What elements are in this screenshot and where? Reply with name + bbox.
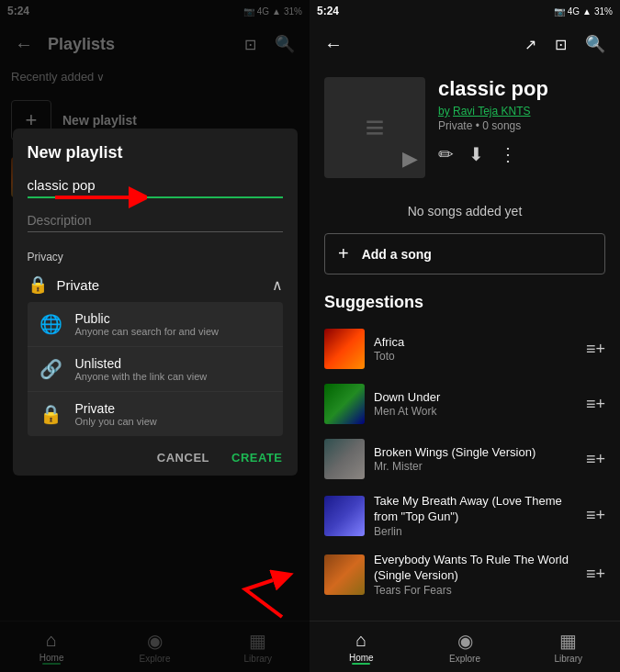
playlist-meta-sub: Private • 0 songs	[438, 119, 605, 132]
modal-name-input-row	[28, 174, 283, 198]
song-add-africa[interactable]: ≡+	[586, 340, 605, 359]
public-label: Public	[75, 311, 220, 326]
song-artist-downunder: Men At Work	[374, 405, 577, 418]
unlisted-label: Unlisted	[75, 356, 208, 371]
song-thumb-brokenwings	[324, 439, 365, 479]
right-status-time: 5:24	[317, 5, 339, 17]
modal-desc-input[interactable]	[28, 209, 283, 231]
add-song-plus-icon: +	[338, 243, 349, 264]
song-item-downunder[interactable]: Down Under Men At Work ≡+	[310, 376, 620, 431]
edit-icon[interactable]: ✏	[438, 143, 454, 165]
right-library-icon: ▦	[559, 630, 577, 652]
playlist-author-row: by Ravi Teja KNTS	[438, 105, 605, 118]
left-panel: 5:24 📷 4G ▲ 31% ← Playlists ⊡ 🔍 Recently…	[0, 0, 310, 672]
modal-actions: CANCEL CREATE	[13, 440, 298, 476]
private-label: Private	[75, 401, 157, 416]
public-icon: 🌐	[39, 313, 64, 335]
public-desc: Anyone can search for and view	[75, 326, 220, 337]
playlist-cover: ≡ ▶	[324, 77, 425, 178]
create-button[interactable]: CREATE	[231, 451, 282, 465]
song-artist-takemybreath: Berlin	[374, 525, 577, 538]
right-battery-icon: 31%	[594, 6, 613, 17]
right-explore-icon: ◉	[457, 630, 473, 652]
playlist-cover-play-icon: ▶	[402, 147, 418, 171]
new-playlist-modal: New playlist Privacy 🔒 Private ∧	[13, 129, 298, 476]
song-title-africa: Africa	[374, 335, 577, 351]
right-top-bar: ← ↗ ⊡ 🔍	[310, 22, 620, 66]
right-status-icons: 📷 4G ▲ 31%	[554, 6, 613, 17]
song-thumb-takemybreath	[324, 496, 365, 536]
playlist-title: classic pop	[438, 77, 605, 101]
cancel-button[interactable]: CANCEL	[157, 451, 209, 465]
playlist-cover-lines-icon: ≡	[365, 108, 384, 147]
add-song-label: Add a song	[362, 247, 432, 262]
song-title-brokenwings: Broken Wings (Single Version)	[374, 445, 577, 461]
right-panel: 5:24 📷 4G ▲ 31% ← ↗ ⊡ 🔍 ≡ ▶ classic pop …	[310, 0, 620, 672]
right-home-label: Home	[349, 653, 374, 663]
song-item-africa[interactable]: Africa Toto ≡+	[310, 321, 620, 376]
song-title-downunder: Down Under	[374, 390, 577, 406]
song-artist-africa: Toto	[374, 350, 577, 363]
right-share-button[interactable]: ↗	[521, 32, 540, 57]
right-explore-label: Explore	[449, 654, 480, 664]
more-options-icon[interactable]: ⋮	[499, 143, 517, 165]
song-item-brokenwings[interactable]: Broken Wings (Single Version) Mr. Mister…	[310, 431, 620, 487]
song-add-brokenwings[interactable]: ≡+	[586, 450, 605, 469]
unlisted-icon: 🔗	[39, 358, 64, 380]
download-icon[interactable]: ⬇	[468, 143, 484, 165]
privacy-selected-row[interactable]: 🔒 Private ∧	[28, 267, 283, 302]
song-list: Africa Toto ≡+ Down Under Men At Work ≡+…	[310, 321, 620, 621]
playlist-actions: ✏ ⬇ ⋮	[438, 143, 605, 165]
privacy-option-private[interactable]: 🔒 Private Only you can view	[28, 391, 283, 436]
private-desc: Only you can view	[75, 416, 157, 427]
unlisted-desc: Anyone with the link can view	[75, 371, 208, 382]
song-item-takemybreath[interactable]: Take My Breath Away (Love Theme from "To…	[310, 487, 620, 545]
suggestions-title: Suggestions	[310, 289, 620, 321]
right-back-button[interactable]: ←	[321, 30, 346, 59]
add-song-button[interactable]: + Add a song	[324, 233, 605, 274]
playlist-header: ≡ ▶ classic pop by Ravi Teja KNTS Privat…	[310, 66, 620, 189]
right-wifi-icon: ▲	[582, 6, 592, 17]
right-bottom-nav: ⌂ Home ◉ Explore ▦ Library	[310, 621, 620, 672]
right-camera-icon: 📷	[554, 6, 565, 17]
playlist-author[interactable]: Ravi Teja KNTS	[453, 105, 530, 118]
right-status-bar: 5:24 📷 4G ▲ 31%	[310, 0, 620, 22]
song-thumb-africa	[324, 329, 365, 369]
modal-overlay: New playlist Privacy 🔒 Private ∧	[0, 0, 310, 672]
song-thumb-everybody	[324, 554, 365, 595]
right-home-icon: ⌂	[355, 630, 366, 651]
song-item-everybody[interactable]: Everybody Wants To Rule The World (Singl…	[310, 545, 620, 604]
right-nav-explore[interactable]: ◉ Explore	[413, 630, 517, 664]
right-library-label: Library	[554, 654, 582, 664]
privacy-selected-label: Private	[57, 277, 100, 293]
right-signal-icon: 4G	[568, 6, 580, 17]
song-add-everybody[interactable]: ≡+	[586, 565, 605, 584]
privacy-lock-icon: 🔒	[28, 274, 48, 295]
song-title-everybody: Everybody Wants To Rule The World (Singl…	[374, 553, 577, 584]
right-search-button[interactable]: 🔍	[581, 30, 609, 58]
no-songs-text: No songs added yet	[310, 189, 620, 230]
song-thumb-downunder	[324, 384, 365, 424]
right-cast-button[interactable]: ⊡	[551, 32, 570, 57]
right-nav-home[interactable]: ⌂ Home	[310, 630, 413, 665]
song-title-takemybreath: Take My Breath Away (Love Theme from "To…	[374, 494, 577, 525]
song-artist-brokenwings: Mr. Mister	[374, 460, 577, 473]
privacy-label: Privacy	[28, 251, 283, 263]
modal-desc-input-row	[28, 209, 283, 232]
privacy-chevron-icon: ∧	[272, 276, 283, 294]
modal-name-input[interactable]	[28, 174, 283, 196]
arrow-to-create	[227, 553, 300, 626]
private-icon: 🔒	[39, 403, 64, 425]
right-nav-library[interactable]: ▦ Library	[516, 630, 620, 664]
privacy-options: 🌐 Public Anyone can search for and view …	[28, 302, 283, 436]
song-artist-everybody: Tears For Fears	[374, 584, 577, 597]
song-add-takemybreath[interactable]: ≡+	[586, 506, 605, 525]
song-add-downunder[interactable]: ≡+	[586, 395, 605, 414]
privacy-option-public[interactable]: 🌐 Public Anyone can search for and view	[28, 302, 283, 346]
privacy-option-unlisted[interactable]: 🔗 Unlisted Anyone with the link can view	[28, 346, 283, 391]
modal-title: New playlist	[28, 143, 283, 162]
privacy-section: Privacy 🔒 Private ∧ 🌐 Public Anyone can …	[13, 251, 298, 440]
